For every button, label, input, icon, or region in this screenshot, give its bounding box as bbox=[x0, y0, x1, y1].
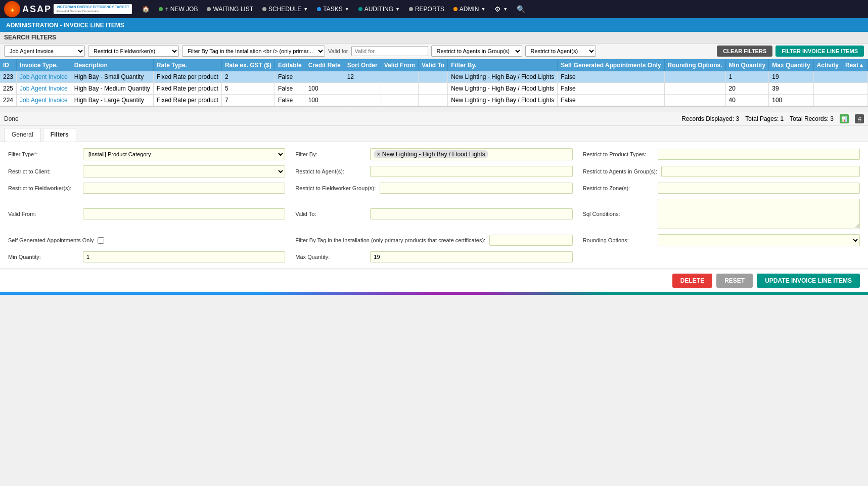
restrict-zone-input[interactable] bbox=[658, 183, 860, 194]
max-quantity-label: Max Quantity: bbox=[295, 254, 366, 260]
nav-auditing[interactable]: AUDITING ▼ bbox=[354, 4, 404, 15]
filter-type-select[interactable]: [Install] Product Category bbox=[83, 148, 285, 160]
filter-by-tag-container[interactable]: × New Lighting - High Bay / Flood Lights bbox=[370, 148, 572, 160]
filter-by-tag-badge[interactable]: × New Lighting - High Bay / Flood Lights bbox=[374, 150, 488, 158]
tab-filters[interactable]: Filters bbox=[43, 128, 76, 142]
nav-schedule[interactable]: SCHEDULE ▼ bbox=[258, 4, 312, 15]
restrict-fieldworker-input[interactable] bbox=[83, 183, 285, 194]
self-generated-checkbox[interactable] bbox=[98, 237, 104, 244]
search-filters-label: SEARCH FILTERS bbox=[4, 34, 56, 41]
restrict-agents-group-input[interactable] bbox=[661, 166, 860, 177]
search-nav-button[interactable]: 🔍 bbox=[517, 5, 525, 13]
filter-tag-row: Filter By Tag in the Installation (only … bbox=[295, 234, 572, 246]
admin-chevron-icon: ▼ bbox=[481, 7, 485, 12]
rounding-options-select[interactable] bbox=[658, 234, 860, 246]
reset-button[interactable]: RESET bbox=[716, 274, 753, 288]
form-panel: Filter Type*: [Install] Product Category… bbox=[0, 142, 868, 269]
restrict-client-select[interactable] bbox=[83, 165, 285, 178]
export-icon[interactable]: 📊 bbox=[840, 114, 849, 123]
nav-auditing-label: AUDITING bbox=[364, 6, 393, 13]
status-info: Records Displayed: 3 Total Pages: 1 Tota… bbox=[681, 114, 864, 123]
col-self-generated: Self Generated Appointments Only bbox=[558, 59, 664, 71]
auditing-dot bbox=[358, 7, 362, 11]
filter-tag-input[interactable] bbox=[489, 235, 573, 246]
filter-type-label: Filter Type*: bbox=[8, 151, 79, 157]
table-row[interactable]: 223Job Agent InvoiceHigh Bay - Small Qua… bbox=[0, 71, 868, 83]
self-generated-row: Self Generated Appointments Only bbox=[8, 234, 285, 246]
nav-menu: 🏠 + NEW JOB WAITING LIST SCHEDULE ▼ TASK… bbox=[138, 3, 864, 15]
bottom-bar bbox=[0, 292, 868, 295]
self-generated-label: Self Generated Appointments Only bbox=[8, 237, 94, 243]
valid-for-input[interactable] bbox=[351, 46, 428, 56]
gear-chevron-icon: ▼ bbox=[503, 7, 508, 12]
col-activity: Activity bbox=[813, 59, 842, 71]
valid-from-input[interactable] bbox=[83, 208, 285, 219]
table-row[interactable]: 224Job Agent InvoiceHigh Bay - Large Qua… bbox=[0, 95, 868, 106]
col-rest: Rest▲ bbox=[842, 59, 867, 71]
agents-group-filter-select[interactable]: Restrict to Agents in Group(s) bbox=[431, 46, 522, 57]
filter-invoice-button[interactable]: FILTER INVOICE LINE ITEMS bbox=[775, 46, 864, 57]
restrict-fieldworker-row: Restrict to Fieldworker(s): bbox=[8, 183, 285, 194]
nav-new-job[interactable]: + NEW JOB bbox=[155, 4, 202, 15]
nav-gear[interactable]: ⚙ ▼ bbox=[490, 3, 512, 15]
page-title-bar: ADMINISTRATION - INVOICE LINE ITEMS bbox=[0, 18, 868, 32]
update-button[interactable]: UPDATE INVOICE LINE ITEMS bbox=[757, 274, 860, 288]
col-editable: Editable bbox=[275, 59, 305, 71]
nav-home-button[interactable]: 🏠 bbox=[138, 4, 154, 15]
tasks-chevron-icon: ▼ bbox=[345, 7, 349, 12]
restrict-product-types-input[interactable] bbox=[658, 149, 860, 160]
status-bar: Done Records Displayed: 3 Total Pages: 1… bbox=[0, 112, 868, 126]
delete-button[interactable]: DELETE bbox=[672, 274, 712, 288]
col-rate: Rate ex. GST ($) bbox=[221, 59, 275, 71]
filter-type-row: Filter Type*: [Install] Product Category bbox=[8, 148, 285, 160]
waiting-list-dot bbox=[207, 7, 211, 11]
total-records: Total Records: 3 bbox=[790, 115, 834, 122]
nav-waiting-list[interactable]: WAITING LIST bbox=[203, 4, 257, 15]
rounding-options-label: Rounding Options: bbox=[583, 237, 654, 243]
sql-conditions-label: Sql Conditions: bbox=[583, 211, 654, 217]
max-quantity-input[interactable] bbox=[370, 251, 572, 262]
tabs-bar: General Filters bbox=[0, 126, 868, 142]
invoice-type-filter-select[interactable]: Job Agent Invoice bbox=[4, 46, 85, 57]
min-quantity-row: Min Quantity: bbox=[8, 251, 285, 262]
form-grid: Filter Type*: [Install] Product Category… bbox=[8, 148, 860, 262]
restrict-fieldworker-label: Restrict to Fieldworker(s): bbox=[8, 185, 79, 191]
agents-filter-select[interactable]: Restrict to Agent(s) bbox=[525, 46, 596, 57]
filter-tag-label: Filter By Tag in the Installation (only … bbox=[295, 237, 485, 243]
table-row[interactable]: 225Job Agent InvoiceHigh Bay - Medium Qu… bbox=[0, 83, 868, 95]
nav-reports[interactable]: REPORTS bbox=[405, 4, 448, 15]
nav-admin[interactable]: ADMIN ▼ bbox=[449, 4, 490, 15]
fieldworker-filter-select[interactable]: Restrict to Fieldworker(s) bbox=[88, 46, 179, 57]
nav-schedule-label: SCHEDULE bbox=[268, 6, 301, 13]
new-job-dot bbox=[159, 7, 163, 11]
schedule-dot bbox=[262, 7, 266, 11]
auditing-chevron-icon: ▼ bbox=[395, 7, 400, 12]
restrict-agents-row: Restrict to Agent(s): bbox=[295, 165, 572, 178]
col-valid-to: Valid To bbox=[419, 59, 448, 71]
restrict-agents-input[interactable] bbox=[370, 166, 572, 177]
nav-admin-label: ADMIN bbox=[460, 6, 479, 13]
col-min-qty: Min Quantity bbox=[725, 59, 769, 71]
col-filter-by: Filter By. bbox=[448, 59, 558, 71]
valid-to-input[interactable] bbox=[370, 208, 572, 219]
nav-reports-label: REPORTS bbox=[415, 6, 444, 13]
total-pages: Total Pages: 1 bbox=[745, 115, 784, 122]
restrict-agents-group-row: Restrict to Agents in Group(s): bbox=[583, 165, 860, 178]
tag-filter-select[interactable]: Filter By Tag in the Installation <br />… bbox=[182, 46, 325, 57]
valid-from-row: Valid From: bbox=[8, 199, 285, 229]
print-icon[interactable]: 🖨 bbox=[855, 114, 864, 123]
app-name: ASAP bbox=[22, 4, 52, 15]
table-container: ID Invoice Type. Description Rate Type. … bbox=[0, 59, 868, 106]
nav-tasks[interactable]: TASKS ▼ bbox=[313, 4, 353, 15]
clear-filters-button[interactable]: CLEAR FILTERS bbox=[717, 46, 772, 57]
restrict-fieldworker-group-input[interactable] bbox=[380, 183, 572, 194]
horizontal-scrollbar[interactable] bbox=[0, 106, 868, 112]
tab-general[interactable]: General bbox=[4, 128, 41, 142]
col-max-qty: Max Quantity bbox=[769, 59, 813, 71]
max-quantity-row: Max Quantity: bbox=[295, 251, 572, 262]
min-quantity-input[interactable] bbox=[83, 251, 285, 262]
logo-area: 🔥 ASAP VICTORIAN ENERGY EFFICIENCY TARGE… bbox=[4, 1, 132, 17]
valid-to-label: Valid To: bbox=[295, 211, 366, 217]
sql-conditions-textarea[interactable] bbox=[658, 199, 860, 229]
col-id: ID bbox=[0, 59, 17, 71]
